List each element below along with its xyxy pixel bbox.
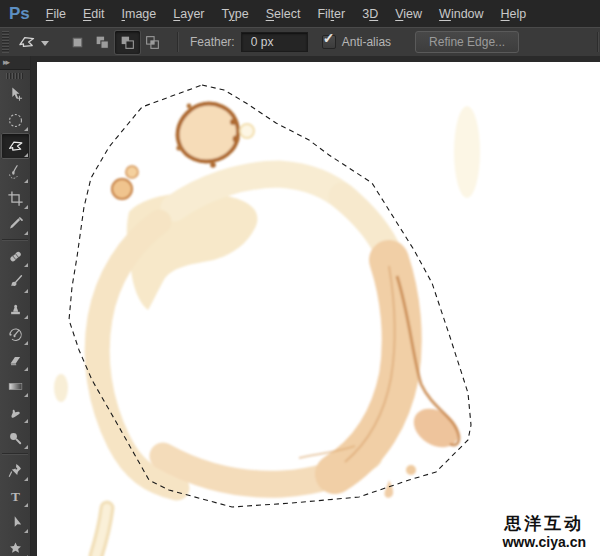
anti-alias-checkbox[interactable]: ✓ Anti-alias xyxy=(322,35,391,49)
separator xyxy=(177,32,179,52)
crop-tool[interactable] xyxy=(1,185,30,211)
tools-panel-grip[interactable] xyxy=(6,73,24,79)
healing-brush-icon xyxy=(6,247,25,266)
history-brush-icon xyxy=(6,325,25,344)
flyout-triangle-icon xyxy=(24,263,28,267)
flyout-triangle-icon xyxy=(24,367,28,371)
menu-bar: Ps FileEditImageLayerTypeSelectFilter3DV… xyxy=(0,0,600,27)
path-selection-tool[interactable] xyxy=(1,509,30,535)
watermark: 思洋互动 www.ciya.cn xyxy=(502,512,586,550)
separator xyxy=(597,32,599,52)
flyout-triangle-icon xyxy=(24,503,28,507)
flyout-triangle-icon xyxy=(24,153,28,157)
tool-preset-picker[interactable] xyxy=(16,32,49,53)
crop-icon xyxy=(6,189,25,208)
polygonal-lasso-icon xyxy=(16,32,37,53)
menu-file[interactable]: File xyxy=(46,7,66,21)
clone-stamp-tool[interactable] xyxy=(1,295,30,321)
menu-help[interactable]: Help xyxy=(501,7,527,21)
new-selection-button[interactable] xyxy=(65,31,90,54)
coffee-stain-image xyxy=(37,62,600,556)
menu-3d[interactable]: 3D xyxy=(362,7,378,21)
document-canvas[interactable]: 思洋互动 www.ciya.cn xyxy=(37,62,600,556)
dodge-icon xyxy=(6,429,25,448)
type-icon: T xyxy=(6,487,25,506)
brush-icon xyxy=(6,273,25,292)
custom-shape-tool[interactable] xyxy=(1,535,30,556)
chevron-down-icon xyxy=(41,41,49,46)
history-brush-tool[interactable] xyxy=(1,321,30,347)
feather-input[interactable] xyxy=(241,32,308,52)
tools-panel: ▸▸ T xyxy=(0,56,31,556)
gradient-tool[interactable] xyxy=(1,373,30,399)
flyout-triangle-icon xyxy=(24,341,28,345)
move-icon xyxy=(6,85,25,104)
watermark-text: 思洋互动 xyxy=(502,512,586,535)
elliptical-marquee-icon xyxy=(6,111,25,130)
flyout-triangle-icon xyxy=(24,231,28,235)
pen-icon xyxy=(6,461,25,480)
feather-label: Feather: xyxy=(190,35,235,49)
eraser-icon xyxy=(6,351,25,370)
clone-stamp-icon xyxy=(6,299,25,318)
menu-type[interactable]: Type xyxy=(222,7,249,21)
dodge-tool[interactable] xyxy=(1,425,30,451)
tool-options-bar: Feather: ✓ Anti-alias Refine Edge... xyxy=(0,27,600,56)
new-selection-icon xyxy=(69,34,86,51)
toolbar-separator xyxy=(2,239,28,241)
intersect-with-selection-icon xyxy=(144,34,161,51)
smudge-tool[interactable] xyxy=(1,399,30,425)
path-selection-icon xyxy=(6,513,25,532)
watermark-url: www.ciya.cn xyxy=(502,534,586,550)
menu-edit[interactable]: Edit xyxy=(83,7,105,21)
flyout-triangle-icon xyxy=(24,205,28,209)
menu-view[interactable]: View xyxy=(395,7,422,21)
selection-mode-group xyxy=(65,31,165,54)
brush-tool[interactable] xyxy=(1,269,30,295)
flyout-triangle-icon xyxy=(24,445,28,449)
photoshop-logo: Ps xyxy=(9,4,30,24)
menu-select[interactable]: Select xyxy=(266,7,301,21)
add-to-selection-button[interactable] xyxy=(90,31,115,54)
menu-filter[interactable]: Filter xyxy=(317,7,345,21)
flyout-triangle-icon xyxy=(24,179,28,183)
flyout-triangle-icon xyxy=(24,127,28,131)
flyout-triangle-icon xyxy=(24,315,28,319)
move-tool[interactable] xyxy=(1,81,30,107)
quick-selection-icon xyxy=(6,163,25,182)
menu-layer[interactable]: Layer xyxy=(173,7,204,21)
elliptical-marquee-tool[interactable] xyxy=(1,107,30,133)
menu-image[interactable]: Image xyxy=(122,7,157,21)
checkmark-icon: ✓ xyxy=(323,30,335,46)
pen-tool[interactable] xyxy=(1,457,30,483)
menu-items: FileEditImageLayerTypeSelectFilter3DView… xyxy=(46,7,544,21)
quick-selection-tool[interactable] xyxy=(1,159,30,185)
menu-window[interactable]: Window xyxy=(439,7,483,21)
polygonal-lasso-tool[interactable] xyxy=(1,133,30,159)
custom-shape-icon xyxy=(6,539,25,556)
intersect-with-selection-button[interactable] xyxy=(140,31,165,54)
subtract-from-selection-button[interactable] xyxy=(115,31,140,54)
flyout-triangle-icon xyxy=(24,477,28,481)
spot-healing-brush-tool[interactable] xyxy=(1,243,30,269)
checkbox-checked-icon: ✓ xyxy=(322,35,336,49)
flyout-triangle-icon xyxy=(24,393,28,397)
options-bar-grip[interactable] xyxy=(2,31,9,53)
refine-edge-button[interactable]: Refine Edge... xyxy=(415,31,519,53)
eyedropper-icon xyxy=(6,215,25,234)
svg-text:T: T xyxy=(11,488,20,503)
add-to-selection-icon xyxy=(94,34,111,51)
flyout-triangle-icon xyxy=(24,529,28,533)
panel-collapse-button[interactable]: ▸▸ xyxy=(0,56,30,70)
eyedropper-tool[interactable] xyxy=(1,211,30,237)
toolbar-separator xyxy=(2,453,28,455)
subtract-from-selection-icon xyxy=(119,34,136,51)
smudge-icon xyxy=(6,403,25,422)
double-arrow-icon: ▸▸ xyxy=(3,57,8,67)
flyout-triangle-icon xyxy=(24,419,28,423)
gradient-icon xyxy=(6,377,25,396)
polygonal-lasso-icon xyxy=(6,137,25,156)
flyout-triangle-icon xyxy=(24,289,28,293)
type-tool[interactable]: T xyxy=(1,483,30,509)
eraser-tool[interactable] xyxy=(1,347,30,373)
